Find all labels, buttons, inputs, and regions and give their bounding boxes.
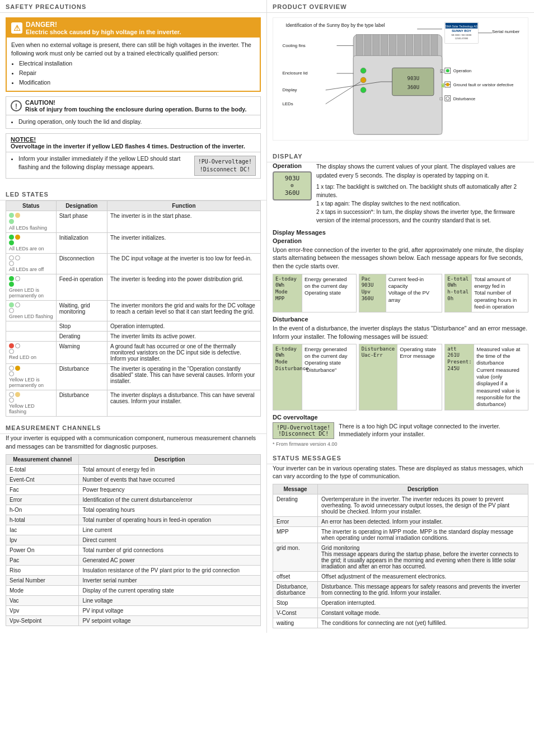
- meas-channel: Ipv: [6, 535, 79, 545]
- meas-channel: Error: [6, 494, 79, 505]
- led-col-function: Function: [107, 201, 260, 211]
- led-label: All LEDs are on: [9, 246, 53, 251]
- svg-rect-44: [445, 96, 451, 101]
- table-row: Power On Total number of grid connection…: [6, 545, 261, 555]
- meas-channel: Fac: [6, 484, 79, 494]
- led-designation: Initialization: [56, 233, 107, 254]
- display-section: Operation 903U ⚙ 360U The display shows …: [267, 162, 534, 451]
- led-indicator: [15, 343, 20, 348]
- table-row: h-On Total operating hours: [6, 505, 261, 515]
- meas-channel: Power On: [6, 545, 79, 555]
- status-description: An error has been detected. Inform your …: [318, 517, 528, 527]
- display-messages-label: Display Messages: [273, 229, 326, 236]
- disturbance-description: In the event of a disturbance, the inver…: [273, 324, 528, 340]
- meas-channel: Vac: [6, 595, 79, 605]
- led-indicator: [15, 255, 20, 260]
- led-table: Status Designation Function: [6, 200, 261, 417]
- led-indicator: [9, 398, 14, 403]
- svg-text:🔋: 🔋: [440, 82, 446, 88]
- status-message: waiting: [273, 618, 318, 628]
- caution-subtitle: Risk of injury from touching the enclosu…: [25, 106, 246, 113]
- table-row: h-total Total number of operating hours …: [6, 515, 261, 525]
- meas-description: Line current: [79, 525, 261, 535]
- disturbance-box: Disturbance Uac-Err Operating state Erro…: [359, 344, 443, 410]
- led-indicator: [15, 235, 20, 240]
- danger-list: Electrical installation Repair Modificat…: [11, 59, 255, 86]
- svg-rect-7: [406, 35, 413, 57]
- display-op-description: The display shows the current values of …: [316, 162, 528, 180]
- meas-description: Inverter serial number: [79, 575, 261, 585]
- led-indicator: [15, 302, 20, 307]
- meas-description: Total number of operating hours in feed-…: [79, 515, 261, 525]
- table-row: Vpv-Setpoint PV setpoint voltage: [6, 615, 261, 626]
- led-indicator: [9, 308, 14, 313]
- danger-title: DANGER!: [26, 21, 181, 29]
- status-message: Error: [273, 517, 318, 527]
- svg-point-15: [360, 68, 366, 73]
- notice-title: NOTICE!: [11, 136, 256, 143]
- list-item: Repair: [19, 69, 255, 77]
- meas-description: Identification of the current disturbanc…: [79, 494, 261, 505]
- status-description: The inverter is operating in MPP mode. M…: [318, 527, 528, 543]
- table-row: Red LED on Warning A ground fault has oc…: [6, 342, 261, 364]
- meas-channel: Vpv: [6, 605, 79, 615]
- svg-point-17: [360, 87, 366, 93]
- product-section: 903U 360U SMA Solar Technology AG SUNNY …: [267, 13, 534, 150]
- table-row: V-Const Constant voltage mode.: [273, 608, 528, 618]
- table-row: Error Identification of the current dist…: [6, 494, 261, 505]
- safety-section: ⚠ DANGER! Electric shock caused by high …: [0, 13, 266, 188]
- notice-display-msg: !PU-Overvoltage! !Disconnect DC!: [194, 156, 256, 176]
- status-col-message: Message: [273, 484, 318, 494]
- table-row: Derating Overtemperature in the inverter…: [273, 494, 528, 517]
- table-row: Vpv PV input voltage: [6, 605, 261, 615]
- meas-col-desc: Description: [79, 454, 261, 464]
- svg-text:Display: Display: [282, 87, 297, 92]
- status-section-title: STATUS MESSAGES: [267, 451, 534, 464]
- svg-rect-12: [392, 68, 434, 96]
- status-description: Operation interrupted.: [318, 598, 528, 608]
- led-indicator: [15, 366, 20, 371]
- led-function: The inverter is in the start phase.: [107, 211, 260, 233]
- svg-text:Ground fault or varistor defec: Ground fault or varistor defective: [453, 82, 514, 87]
- status-section: Your inverter can be in various operatin…: [267, 464, 534, 633]
- table-row: grid mon. Grid monitoringThis message ap…: [273, 543, 528, 572]
- meas-channel: Riso: [6, 565, 79, 575]
- led-function: The inverter displays a disturbance. Thi…: [107, 390, 260, 417]
- led-indicator: [9, 219, 14, 224]
- display-tap-info: 1 x tap: The backlight is switched on. T…: [316, 183, 528, 225]
- meas-channel: Vpv-Setpoint: [6, 615, 79, 626]
- measurement-section: If your inverter is equipped with a comm…: [0, 434, 266, 630]
- meas-channel: Mode: [6, 585, 79, 595]
- led-function: The inverter initializes.: [107, 233, 260, 254]
- led-label: Green LED flashing: [9, 314, 53, 319]
- table-row: offset Offset adjustment of the measurem…: [273, 572, 528, 582]
- led-indicator: [9, 282, 14, 287]
- meas-description: Total amount of energy fed in: [79, 464, 261, 474]
- dc-overvoltage-label: DC overvoltage: [273, 414, 528, 421]
- svg-point-38: [446, 69, 449, 72]
- led-function: The inverter is operating in the "Operat…: [107, 364, 260, 390]
- notice-box: NOTICE! Overvoltage in the inverter if y…: [6, 133, 261, 179]
- status-message: V-Const: [273, 608, 318, 618]
- display-msg-box: E-today 0Wh Mode MPP Energy generated on…: [273, 274, 357, 313]
- display-msg-box: E-total 0Wh h-total 0h Total amount of e…: [444, 274, 528, 313]
- dc-overvoltage-description: There is a too high DC input voltage con…: [339, 422, 528, 438]
- status-message: MPP: [273, 527, 318, 543]
- caution-box: ! CAUTION! Risk of injury from touching …: [6, 96, 261, 129]
- svg-text:12345-67890: 12345-67890: [455, 37, 469, 40]
- disturbance-box: E-today 0Wh Mode Disturbance Energy gene…: [273, 344, 357, 410]
- led-designation: Feed-in operation: [56, 274, 107, 301]
- meas-description: Total number of grid connections: [79, 545, 261, 555]
- table-row: Yellow LED is permanently on Disturbance…: [6, 364, 261, 390]
- meas-channel: h-total: [6, 515, 79, 525]
- led-section-title: LED STATES: [0, 188, 266, 200]
- svg-text:SUNNY BOY: SUNNY BOY: [452, 29, 471, 32]
- svg-rect-6: [398, 35, 405, 57]
- status-message: Stop: [273, 598, 318, 608]
- caution-body: During operation, only touch the lid and…: [6, 115, 260, 128]
- status-description: Offset adjustment of the measurement ele…: [318, 572, 528, 582]
- table-row: All LEDs are on Initialization The inver…: [6, 233, 261, 254]
- led-indicator: [9, 276, 14, 281]
- svg-text:Disturbance: Disturbance: [453, 96, 476, 101]
- led-label: Red LED on: [9, 354, 53, 360]
